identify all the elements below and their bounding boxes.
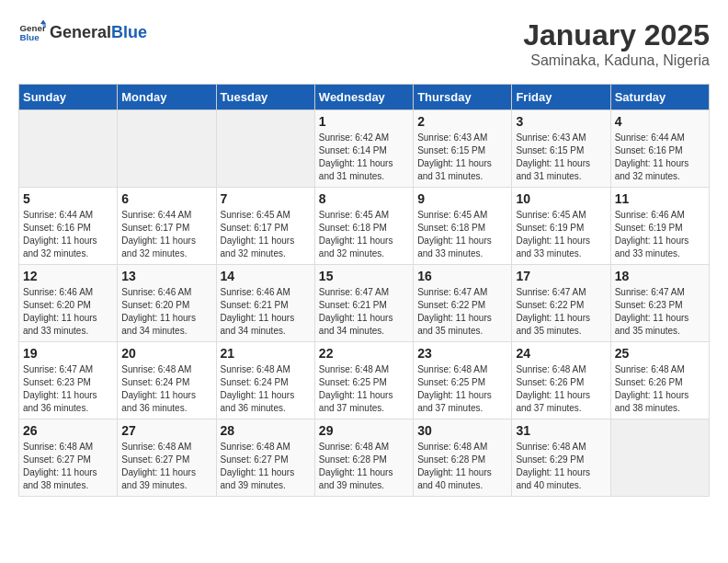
day-info: Sunrise: 6:46 AM Sunset: 6:20 PM Dayligh… (23, 286, 113, 338)
day-number: 26 (23, 423, 113, 438)
day-number: 27 (121, 423, 211, 438)
day-number: 7 (221, 191, 311, 206)
day-header-thursday: Thursday (414, 85, 512, 110)
day-cell: 19Sunrise: 6:47 AM Sunset: 6:23 PM Dayli… (19, 342, 118, 419)
day-cell: 6Sunrise: 6:44 AM Sunset: 6:17 PM Daylig… (118, 188, 216, 265)
day-cell: 15Sunrise: 6:47 AM Sunset: 6:21 PM Dayli… (314, 265, 413, 342)
day-info: Sunrise: 6:44 AM Sunset: 6:16 PM Dayligh… (23, 209, 113, 260)
day-number: 17 (516, 269, 606, 283)
day-info: Sunrise: 6:48 AM Sunset: 6:27 PM Dayligh… (221, 441, 311, 492)
day-info: Sunrise: 6:48 AM Sunset: 6:25 PM Dayligh… (417, 363, 507, 415)
day-header-saturday: Saturday (610, 85, 709, 110)
day-cell: 26Sunrise: 6:48 AM Sunset: 6:27 PM Dayli… (19, 419, 118, 497)
day-info: Sunrise: 6:45 AM Sunset: 6:17 PM Dayligh… (221, 209, 311, 260)
svg-text:Blue: Blue (20, 32, 40, 42)
day-number: 20 (121, 346, 211, 361)
day-cell: 14Sunrise: 6:46 AM Sunset: 6:21 PM Dayli… (216, 265, 314, 342)
day-info: Sunrise: 6:46 AM Sunset: 6:20 PM Dayligh… (121, 286, 211, 338)
day-number: 23 (417, 346, 507, 361)
day-cell: 12Sunrise: 6:46 AM Sunset: 6:20 PM Dayli… (19, 265, 118, 342)
logo-general: General (50, 23, 111, 41)
day-info: Sunrise: 6:47 AM Sunset: 6:21 PM Dayligh… (319, 286, 409, 338)
day-number: 21 (221, 346, 311, 361)
day-number: 22 (319, 346, 409, 361)
day-info: Sunrise: 6:46 AM Sunset: 6:19 PM Dayligh… (615, 209, 705, 260)
page-header: General Blue GeneralBlue January 2025 Sa… (18, 18, 710, 69)
day-info: Sunrise: 6:48 AM Sunset: 6:28 PM Dayligh… (417, 441, 507, 492)
day-info: Sunrise: 6:45 AM Sunset: 6:18 PM Dayligh… (417, 209, 507, 260)
day-cell: 29Sunrise: 6:48 AM Sunset: 6:28 PM Dayli… (314, 419, 413, 497)
day-info: Sunrise: 6:47 AM Sunset: 6:22 PM Dayligh… (417, 286, 507, 338)
day-header-friday: Friday (512, 85, 610, 110)
day-header-sunday: Sunday (19, 85, 118, 110)
day-info: Sunrise: 6:44 AM Sunset: 6:16 PM Dayligh… (615, 132, 705, 183)
day-number: 6 (121, 191, 211, 206)
day-cell (216, 110, 314, 188)
day-info: Sunrise: 6:45 AM Sunset: 6:19 PM Dayligh… (516, 209, 606, 260)
week-row-4: 19Sunrise: 6:47 AM Sunset: 6:23 PM Dayli… (19, 342, 710, 419)
logo-blue: Blue (111, 23, 147, 41)
day-cell: 7Sunrise: 6:45 AM Sunset: 6:17 PM Daylig… (216, 188, 314, 265)
day-cell: 18Sunrise: 6:47 AM Sunset: 6:23 PM Dayli… (610, 265, 709, 342)
day-number: 31 (516, 423, 606, 438)
day-info: Sunrise: 6:48 AM Sunset: 6:26 PM Dayligh… (615, 363, 705, 415)
calendar-table: SundayMondayTuesdayWednesdayThursdayFrid… (18, 84, 710, 497)
day-number: 25 (615, 346, 705, 361)
day-cell: 3Sunrise: 6:43 AM Sunset: 6:15 PM Daylig… (512, 110, 610, 188)
day-info: Sunrise: 6:45 AM Sunset: 6:18 PM Dayligh… (319, 209, 409, 260)
day-info: Sunrise: 6:43 AM Sunset: 6:15 PM Dayligh… (516, 132, 606, 183)
day-info: Sunrise: 6:42 AM Sunset: 6:14 PM Dayligh… (319, 132, 409, 183)
svg-marker-2 (40, 20, 46, 25)
day-info: Sunrise: 6:44 AM Sunset: 6:17 PM Dayligh… (121, 209, 211, 260)
day-number: 14 (221, 269, 311, 283)
day-cell: 20Sunrise: 6:48 AM Sunset: 6:24 PM Dayli… (118, 342, 216, 419)
day-cell: 25Sunrise: 6:48 AM Sunset: 6:26 PM Dayli… (610, 342, 709, 419)
day-info: Sunrise: 6:48 AM Sunset: 6:27 PM Dayligh… (23, 441, 113, 492)
week-row-3: 12Sunrise: 6:46 AM Sunset: 6:20 PM Dayli… (19, 265, 710, 342)
day-number: 30 (417, 423, 507, 438)
day-info: Sunrise: 6:47 AM Sunset: 6:22 PM Dayligh… (516, 286, 606, 338)
day-cell: 10Sunrise: 6:45 AM Sunset: 6:19 PM Dayli… (512, 188, 610, 265)
day-cell: 9Sunrise: 6:45 AM Sunset: 6:18 PM Daylig… (414, 188, 512, 265)
day-number: 3 (516, 114, 606, 129)
day-cell: 17Sunrise: 6:47 AM Sunset: 6:22 PM Dayli… (512, 265, 610, 342)
logo: General Blue GeneralBlue (18, 18, 147, 46)
day-header-monday: Monday (118, 85, 216, 110)
day-number: 5 (23, 191, 113, 206)
logo-icon: General Blue (18, 18, 46, 46)
day-cell: 4Sunrise: 6:44 AM Sunset: 6:16 PM Daylig… (610, 110, 709, 188)
week-row-1: 1Sunrise: 6:42 AM Sunset: 6:14 PM Daylig… (19, 110, 710, 188)
week-row-2: 5Sunrise: 6:44 AM Sunset: 6:16 PM Daylig… (19, 188, 710, 265)
day-cell: 21Sunrise: 6:48 AM Sunset: 6:24 PM Dayli… (216, 342, 314, 419)
day-cell: 27Sunrise: 6:48 AM Sunset: 6:27 PM Dayli… (118, 419, 216, 497)
day-number: 18 (615, 269, 705, 283)
day-cell: 31Sunrise: 6:48 AM Sunset: 6:29 PM Dayli… (512, 419, 610, 497)
day-number: 29 (319, 423, 409, 438)
day-cell: 30Sunrise: 6:48 AM Sunset: 6:28 PM Dayli… (414, 419, 512, 497)
calendar-subtitle: Saminaka, Kaduna, Nigeria (523, 52, 710, 69)
day-cell: 22Sunrise: 6:48 AM Sunset: 6:25 PM Dayli… (314, 342, 413, 419)
title-block: January 2025 Saminaka, Kaduna, Nigeria (523, 18, 710, 69)
day-number: 4 (615, 114, 705, 129)
day-info: Sunrise: 6:48 AM Sunset: 6:28 PM Dayligh… (319, 441, 409, 492)
day-cell: 5Sunrise: 6:44 AM Sunset: 6:16 PM Daylig… (19, 188, 118, 265)
day-cell: 28Sunrise: 6:48 AM Sunset: 6:27 PM Dayli… (216, 419, 314, 497)
day-info: Sunrise: 6:48 AM Sunset: 6:29 PM Dayligh… (516, 441, 606, 492)
day-info: Sunrise: 6:43 AM Sunset: 6:15 PM Dayligh… (417, 132, 507, 183)
day-cell (19, 110, 118, 188)
day-cell: 11Sunrise: 6:46 AM Sunset: 6:19 PM Dayli… (610, 188, 709, 265)
day-cell: 23Sunrise: 6:48 AM Sunset: 6:25 PM Dayli… (414, 342, 512, 419)
day-cell (610, 419, 709, 497)
day-number: 10 (516, 191, 606, 206)
day-number: 28 (221, 423, 311, 438)
day-cell (118, 110, 216, 188)
day-info: Sunrise: 6:48 AM Sunset: 6:27 PM Dayligh… (121, 441, 211, 492)
day-header-wednesday: Wednesday (314, 85, 413, 110)
day-number: 12 (23, 269, 113, 283)
day-info: Sunrise: 6:46 AM Sunset: 6:21 PM Dayligh… (221, 286, 311, 338)
week-row-5: 26Sunrise: 6:48 AM Sunset: 6:27 PM Dayli… (19, 419, 710, 497)
day-cell: 2Sunrise: 6:43 AM Sunset: 6:15 PM Daylig… (414, 110, 512, 188)
day-info: Sunrise: 6:48 AM Sunset: 6:24 PM Dayligh… (221, 363, 311, 415)
day-info: Sunrise: 6:48 AM Sunset: 6:25 PM Dayligh… (319, 363, 409, 415)
day-cell: 8Sunrise: 6:45 AM Sunset: 6:18 PM Daylig… (314, 188, 413, 265)
